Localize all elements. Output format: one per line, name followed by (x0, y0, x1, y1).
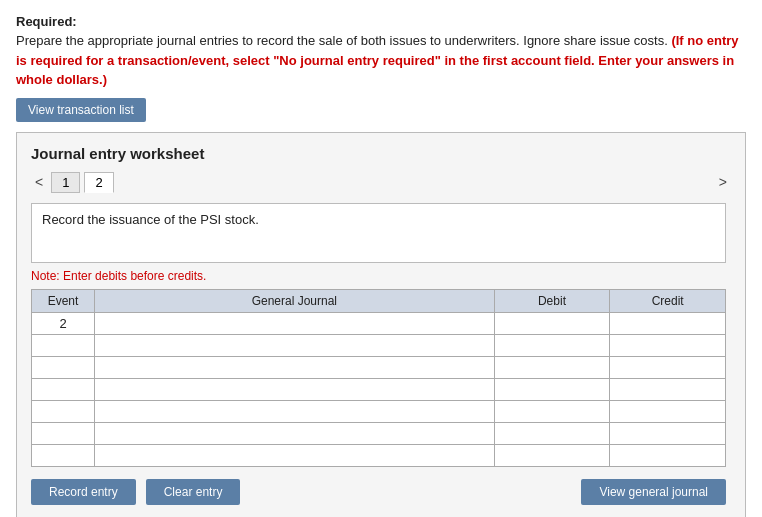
bottom-buttons-row: Record entry Clear entry View general jo… (31, 479, 726, 505)
table-row (32, 378, 726, 400)
credit-input-0[interactable] (610, 313, 725, 334)
col-header-gj: General Journal (95, 289, 495, 312)
credit-input-4[interactable] (610, 401, 725, 422)
tab-2[interactable]: 2 (84, 172, 113, 193)
col-header-debit: Debit (494, 289, 610, 312)
event-cell-4 (32, 400, 95, 422)
worksheet-title: Journal entry worksheet (31, 145, 731, 162)
credit-input-1[interactable] (610, 335, 725, 356)
required-label: Required: (16, 14, 746, 29)
table-row (32, 444, 726, 466)
debit-input-6[interactable] (495, 445, 610, 466)
event-cell-6 (32, 444, 95, 466)
note-text: Note: Enter debits before credits. (31, 269, 731, 283)
credit-cell-6[interactable] (610, 444, 726, 466)
tab-nav-row: < 1 2 > (31, 172, 731, 193)
table-row: 2 (32, 312, 726, 334)
view-transaction-button[interactable]: View transaction list (16, 98, 146, 122)
debit-input-3[interactable] (495, 379, 610, 400)
gj-cell-3[interactable] (95, 378, 495, 400)
debit-cell-5[interactable] (494, 422, 610, 444)
col-header-event: Event (32, 289, 95, 312)
gj-cell-6[interactable] (95, 444, 495, 466)
event-cell-2 (32, 356, 95, 378)
credit-cell-5[interactable] (610, 422, 726, 444)
gj-input-2[interactable] (95, 357, 494, 378)
gj-input-0[interactable] (95, 313, 494, 334)
debit-cell-2[interactable] (494, 356, 610, 378)
debit-input-2[interactable] (495, 357, 610, 378)
table-row (32, 356, 726, 378)
description-box: Record the issuance of the PSI stock. (31, 203, 726, 263)
debit-cell-3[interactable] (494, 378, 610, 400)
credit-input-2[interactable] (610, 357, 725, 378)
credit-input-6[interactable] (610, 445, 725, 466)
view-general-journal-button[interactable]: View general journal (581, 479, 726, 505)
credit-cell-3[interactable] (610, 378, 726, 400)
debit-input-1[interactable] (495, 335, 610, 356)
debit-cell-1[interactable] (494, 334, 610, 356)
record-entry-button[interactable]: Record entry (31, 479, 136, 505)
credit-cell-2[interactable] (610, 356, 726, 378)
table-row (32, 334, 726, 356)
gj-cell-4[interactable] (95, 400, 495, 422)
gj-input-3[interactable] (95, 379, 494, 400)
instructions-text1: Prepare the appropriate journal entries … (16, 33, 671, 48)
instructions-text: Prepare the appropriate journal entries … (16, 31, 746, 90)
clear-entry-button[interactable]: Clear entry (146, 479, 241, 505)
nav-right-arrow[interactable]: > (715, 174, 731, 190)
col-header-credit: Credit (610, 289, 726, 312)
gj-cell-2[interactable] (95, 356, 495, 378)
credit-cell-4[interactable] (610, 400, 726, 422)
event-cell-1 (32, 334, 95, 356)
event-cell-3 (32, 378, 95, 400)
credit-input-5[interactable] (610, 423, 725, 444)
table-row (32, 422, 726, 444)
gj-input-1[interactable] (95, 335, 494, 356)
worksheet-container: Journal entry worksheet < 1 2 > Record t… (16, 132, 746, 518)
credit-input-3[interactable] (610, 379, 725, 400)
journal-table: Event General Journal Debit Credit 2 (31, 289, 726, 467)
gj-input-5[interactable] (95, 423, 494, 444)
table-row (32, 400, 726, 422)
gj-input-4[interactable] (95, 401, 494, 422)
gj-cell-0[interactable] (95, 312, 495, 334)
credit-cell-0[interactable] (610, 312, 726, 334)
debit-cell-6[interactable] (494, 444, 610, 466)
debit-cell-4[interactable] (494, 400, 610, 422)
tab-1[interactable]: 1 (51, 172, 80, 193)
gj-cell-1[interactable] (95, 334, 495, 356)
debit-input-4[interactable] (495, 401, 610, 422)
debit-input-0[interactable] (495, 313, 610, 334)
debit-cell-0[interactable] (494, 312, 610, 334)
debit-input-5[interactable] (495, 423, 610, 444)
nav-left-arrow[interactable]: < (31, 174, 47, 190)
gj-cell-5[interactable] (95, 422, 495, 444)
gj-input-6[interactable] (95, 445, 494, 466)
event-cell-5 (32, 422, 95, 444)
event-cell-0: 2 (32, 312, 95, 334)
credit-cell-1[interactable] (610, 334, 726, 356)
